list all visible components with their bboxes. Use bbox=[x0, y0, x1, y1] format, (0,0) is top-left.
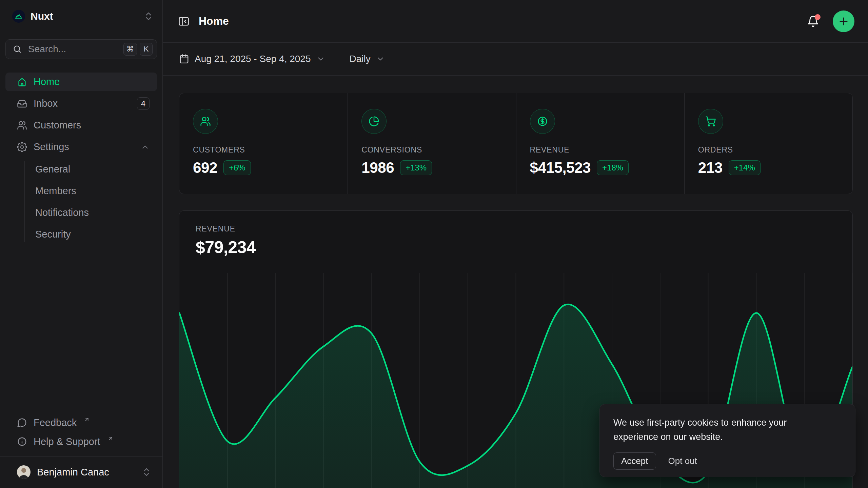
external-link-icon bbox=[107, 435, 114, 442]
stat-label: CONVERSIONS bbox=[361, 145, 502, 155]
sidebar: Nuxt Search... ⌘ K Home Inbox 4 bbox=[0, 0, 163, 488]
settings-subnav: General Members Notifications Security bbox=[5, 160, 157, 243]
sidebar-item-notifications[interactable]: Notifications bbox=[5, 203, 157, 222]
sidebar-item-settings[interactable]: Settings bbox=[5, 138, 157, 156]
sidebar-item-help-support[interactable]: Help & Support bbox=[5, 432, 157, 451]
filter-toolbar: Aug 21, 2025 - Sep 4, 2025 Daily bbox=[163, 43, 868, 76]
stat-value: $415,523 bbox=[530, 159, 591, 176]
sidebar-item-label: Home bbox=[34, 76, 150, 87]
home-icon bbox=[17, 77, 27, 87]
stat-card-customers[interactable]: CUSTOMERS 692 +6% bbox=[179, 93, 348, 194]
stat-card-conversions[interactable]: CONVERSIONS 1986 +13% bbox=[348, 93, 516, 194]
stat-delta-badge: +14% bbox=[729, 160, 761, 175]
page-title: Home bbox=[199, 15, 798, 27]
team-switcher[interactable]: Nuxt bbox=[5, 7, 157, 25]
kbd-meta: ⌘ bbox=[123, 43, 137, 56]
sidebar-item-label: Inbox bbox=[34, 98, 131, 109]
sidebar-item-label: Settings bbox=[34, 141, 134, 152]
search-input[interactable]: Search... ⌘ K bbox=[5, 39, 157, 59]
gear-icon bbox=[17, 142, 27, 152]
sidebar-divider bbox=[0, 456, 162, 457]
sidebar-item-label: Customers bbox=[34, 120, 150, 131]
revenue-chart-label: REVENUE bbox=[196, 224, 836, 233]
search-placeholder: Search... bbox=[28, 44, 117, 55]
cookie-banner: We use first-party cookies to enhance yo… bbox=[599, 404, 855, 477]
sidebar-nav: Home Inbox 4 Customers Settings Ge bbox=[5, 73, 157, 243]
sidebar-item-customers[interactable]: Customers bbox=[5, 116, 157, 135]
stat-label: ORDERS bbox=[698, 145, 839, 155]
notifications-button[interactable] bbox=[807, 15, 819, 27]
help-support-label: Help & Support bbox=[34, 436, 100, 447]
nuxt-logo-icon bbox=[12, 10, 25, 23]
chevron-up-icon bbox=[141, 143, 150, 151]
avatar bbox=[17, 465, 31, 479]
stat-label: CUSTOMERS bbox=[193, 145, 334, 155]
sidebar-item-general[interactable]: General bbox=[5, 160, 157, 178]
granularity-select[interactable]: Daily bbox=[350, 54, 385, 64]
date-range-value: Aug 21, 2025 - Sep 4, 2025 bbox=[195, 54, 311, 64]
cookie-message: We use first-party cookies to enhance yo… bbox=[613, 416, 824, 444]
info-circle-icon bbox=[17, 436, 27, 447]
message-bubble-icon bbox=[17, 418, 27, 428]
chevrons-up-down-icon bbox=[143, 11, 154, 21]
plus-icon bbox=[838, 16, 849, 27]
team-name: Nuxt bbox=[31, 11, 138, 22]
add-button[interactable] bbox=[833, 11, 854, 32]
users-icon bbox=[17, 120, 27, 130]
user-menu[interactable]: Benjamin Canac bbox=[5, 462, 157, 483]
stat-card-revenue[interactable]: REVENUE $415,523 +18% bbox=[516, 93, 684, 194]
cookie-optout-button[interactable]: Opt out bbox=[668, 456, 697, 466]
chevrons-up-down-icon bbox=[141, 467, 152, 477]
stat-delta-badge: +6% bbox=[223, 160, 251, 175]
date-range-picker[interactable]: Aug 21, 2025 - Sep 4, 2025 bbox=[179, 54, 325, 64]
sidebar-item-members[interactable]: Members bbox=[5, 182, 157, 200]
circle-dollar-icon bbox=[530, 109, 555, 134]
stat-card-orders[interactable]: ORDERS 213 +14% bbox=[684, 93, 852, 194]
user-name: Benjamin Canac bbox=[37, 467, 135, 478]
stats-panel: CUSTOMERS 692 +6% CONVERSIONS 1986 +13% bbox=[179, 93, 853, 194]
feedback-label: Feedback bbox=[34, 417, 77, 428]
page-header: Home bbox=[163, 0, 868, 43]
sidebar-item-home[interactable]: Home bbox=[5, 73, 157, 91]
cookie-accept-button[interactable]: Accept bbox=[613, 452, 656, 470]
calendar-icon bbox=[179, 54, 189, 64]
revenue-chart-header: REVENUE $79,234 bbox=[179, 211, 852, 257]
chevron-down-icon bbox=[376, 55, 385, 63]
notification-dot bbox=[815, 14, 821, 20]
stat-value: 213 bbox=[698, 159, 723, 176]
sidebar-item-feedback[interactable]: Feedback bbox=[5, 413, 157, 432]
shopping-cart-icon bbox=[698, 109, 723, 134]
sidebar-item-security[interactable]: Security bbox=[5, 225, 157, 243]
sidebar-item-inbox[interactable]: Inbox 4 bbox=[5, 94, 157, 113]
inbox-count-badge: 4 bbox=[137, 97, 150, 110]
pie-chart-icon bbox=[361, 109, 387, 134]
stat-label: REVENUE bbox=[530, 145, 671, 155]
stat-delta-badge: +18% bbox=[597, 160, 629, 175]
sidebar-spacer bbox=[5, 243, 157, 413]
chevron-down-icon bbox=[316, 55, 325, 63]
stat-value: 692 bbox=[193, 159, 217, 176]
external-link-icon bbox=[84, 416, 90, 423]
sidebar-collapse-icon[interactable] bbox=[178, 15, 190, 27]
kbd-k: K bbox=[140, 43, 153, 56]
users-icon bbox=[193, 109, 218, 134]
revenue-chart-total: $79,234 bbox=[196, 238, 836, 257]
granularity-value: Daily bbox=[350, 54, 371, 64]
search-icon bbox=[13, 44, 22, 54]
search-shortcut: ⌘ K bbox=[123, 43, 153, 56]
stat-delta-badge: +13% bbox=[400, 160, 432, 175]
inbox-icon bbox=[17, 99, 27, 109]
stat-value: 1986 bbox=[361, 159, 394, 176]
